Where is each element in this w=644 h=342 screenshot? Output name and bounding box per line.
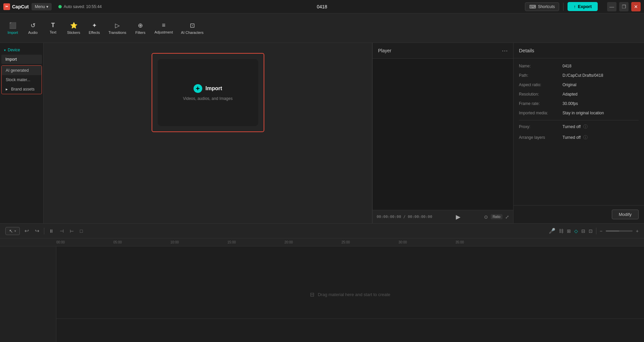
player-menu-icon[interactable]: ⋯ — [502, 47, 508, 54]
play-button[interactable]: ▶ — [456, 213, 461, 221]
tab-stickers[interactable]: ⭐ Stickers — [63, 19, 84, 37]
sidebar-item-ai-generated[interactable]: AI generated — [2, 66, 42, 75]
timeline-ruler: 00:00 05:00 10:00 15:00 20:00 25:00 30:0… — [0, 238, 644, 246]
details-panel: Details Name: 0418 Path: D:/CapCut Draft… — [513, 43, 644, 223]
modify-button[interactable]: Modify — [612, 210, 639, 219]
detail-resolution-value: Adapted — [562, 92, 578, 97]
tab-filters[interactable]: ⊕ Filters — [130, 19, 151, 37]
tab-import[interactable]: ⬛ Import — [3, 19, 23, 37]
timeline-toolbar: ↖ ▾ ↩ ↪ ⏸ ⊣ ⊢ □ 🎤 ⛓ ⊞ ◇ ⊟ ⊡ − — [0, 224, 644, 238]
sidebar-device-arrow: ▾ — [4, 48, 6, 52]
split-button[interactable]: ⏸ — [48, 227, 55, 235]
toolbar-divider-1 — [44, 228, 44, 234]
undo-button[interactable]: ↩ — [23, 226, 30, 235]
select-arrow-icon: ▾ — [14, 229, 16, 233]
import-area: + Import Videos, audios, and Images — [44, 43, 372, 223]
detail-name-value: 0418 — [562, 64, 572, 68]
drag-hint-text: Drag material here and start to create — [318, 292, 390, 297]
tab-adjustment[interactable]: ≡ Adjustment — [151, 19, 177, 37]
detail-aspect-label: Aspect ratio: — [519, 82, 562, 87]
ratio-badge[interactable]: Ratio — [491, 214, 502, 219]
preview-button[interactable]: ⊡ — [589, 228, 593, 234]
detail-proxy-label: Proxy: — [519, 124, 562, 129]
select-tool[interactable]: ↖ ▾ — [5, 227, 20, 235]
autosave-text: Auto saved: 10:55:44 — [64, 4, 102, 9]
delete-button[interactable]: □ — [78, 227, 84, 235]
detail-layers-row: Arrange layers Turned off ⓘ — [519, 134, 639, 140]
player-footer: 00:00:00:00 / 00:00:00:00 ▶ ⊙ Ratio ⤢ — [373, 210, 513, 223]
detail-framerate-label: Frame rate: — [519, 101, 562, 106]
track-labels — [0, 246, 56, 342]
tab-transitions[interactable]: ▷ Transitions — [104, 19, 130, 37]
timeline-content: ⊟ Drag material here and start to create — [0, 246, 644, 342]
drag-hint-icon: ⊟ — [310, 291, 314, 298]
titlebar: ✂ CapCut Menu ▾ Auto saved: 10:55:44 041… — [0, 0, 644, 13]
zoom-slider-track[interactable] — [606, 230, 633, 232]
ruler-mark-6: 30:00 — [398, 240, 407, 244]
maximize-button[interactable]: ❐ — [619, 2, 629, 11]
app-name: CapCut — [12, 4, 29, 9]
minimize-button[interactable]: — — [607, 2, 616, 11]
mic-button[interactable]: 🎤 — [549, 228, 555, 234]
tab-ai-characters[interactable]: ⊡ AI Characters — [177, 19, 208, 37]
sidebar-brand-assets[interactable]: ▶ Brand assets — [2, 84, 42, 94]
time-current: 00:00:00:00 — [377, 215, 401, 219]
export-label: Export — [578, 4, 592, 9]
zoom-in-button[interactable]: + — [636, 228, 639, 234]
link-button[interactable]: ⛓ — [559, 228, 564, 234]
detail-path-label: Path: — [519, 73, 562, 78]
detail-path-row: Path: D:/CapCut Drafts/0418 — [519, 73, 639, 78]
crop-button[interactable]: ⊟ — [581, 228, 585, 234]
shortcuts-button[interactable]: ⌨ Shortcuts — [525, 2, 559, 11]
right-controls: ⌨ Shortcuts ↑ Export — ❐ ✕ — [525, 2, 641, 11]
menu-button[interactable]: Menu ▾ — [32, 3, 52, 10]
tab-effects[interactable]: ✦ Effects — [84, 19, 104, 37]
time-separator: / — [403, 215, 408, 219]
sidebar-item-import[interactable]: Import — [1, 55, 42, 64]
ruler-mark-5: 25:00 — [341, 240, 350, 244]
autosave-dot — [58, 5, 62, 8]
ruler-mark-2: 10:00 — [170, 240, 179, 244]
export-button[interactable]: ↑ Export — [568, 2, 598, 11]
layers-info-icon[interactable]: ⓘ — [583, 134, 588, 140]
window-controls: — ❐ ✕ — [607, 2, 641, 11]
detail-aspect-row: Aspect ratio: Original — [519, 82, 639, 87]
detail-proxy-value: Turned off — [562, 124, 581, 129]
text-tab-icon: T — [51, 22, 55, 29]
keyframe-button[interactable]: ◇ — [574, 228, 578, 234]
detail-proxy-row: Proxy: Turned off ⓘ — [519, 124, 639, 130]
sidebar-item-stock-material[interactable]: Stock mater... — [2, 75, 42, 84]
trim-right-button[interactable]: ⊢ — [68, 227, 75, 235]
toolbar: ⬛ Import ↺ Audio T Text ⭐ Stickers ✦ Eff… — [0, 13, 644, 43]
magnet-button[interactable]: ⊞ — [567, 228, 571, 234]
proxy-info-icon[interactable]: ⓘ — [583, 124, 588, 130]
app-logo: ✂ CapCut — [3, 3, 29, 10]
ruler-mark-7: 35:00 — [455, 240, 464, 244]
redo-button[interactable]: ↪ — [34, 226, 41, 235]
fullscreen-icon[interactable]: ⤢ — [505, 214, 509, 220]
adjustment-tab-icon: ≡ — [162, 22, 166, 29]
close-button[interactable]: ✕ — [631, 2, 641, 11]
tab-text[interactable]: T Text — [43, 19, 63, 37]
sidebar-device-section[interactable]: ▾ Device — [0, 46, 43, 54]
import-drop-zone-border: + Import Videos, audios, and Images — [152, 53, 264, 132]
detail-path-value: D:/CapCut Drafts/0418 — [562, 73, 603, 78]
screenshot-icon[interactable]: ⊙ — [484, 214, 488, 220]
shortcuts-label: Shortcuts — [538, 4, 555, 9]
effects-tab-icon: ✦ — [92, 22, 97, 29]
detail-name-label: Name: — [519, 64, 562, 68]
detail-resolution-label: Resolution: — [519, 92, 562, 97]
menu-label: Menu — [35, 4, 45, 9]
zoom-slider-fill — [606, 230, 619, 232]
trim-left-button[interactable]: ⊣ — [58, 227, 65, 235]
details-header: Details — [514, 43, 644, 58]
import-button-label: Import — [206, 86, 222, 92]
tab-audio[interactable]: ↺ Audio — [23, 19, 43, 37]
export-icon: ↑ — [574, 4, 576, 9]
import-drop-zone[interactable]: + Import Videos, audios, and Images — [158, 59, 258, 126]
player-time: 00:00:00:00 / 00:00:00:00 — [377, 215, 432, 219]
sidebar-stock-label: Stock mater... — [6, 77, 30, 82]
details-divider — [519, 120, 639, 120]
zoom-out-button[interactable]: − — [600, 228, 602, 234]
sidebar-import-label: Import — [5, 57, 17, 62]
